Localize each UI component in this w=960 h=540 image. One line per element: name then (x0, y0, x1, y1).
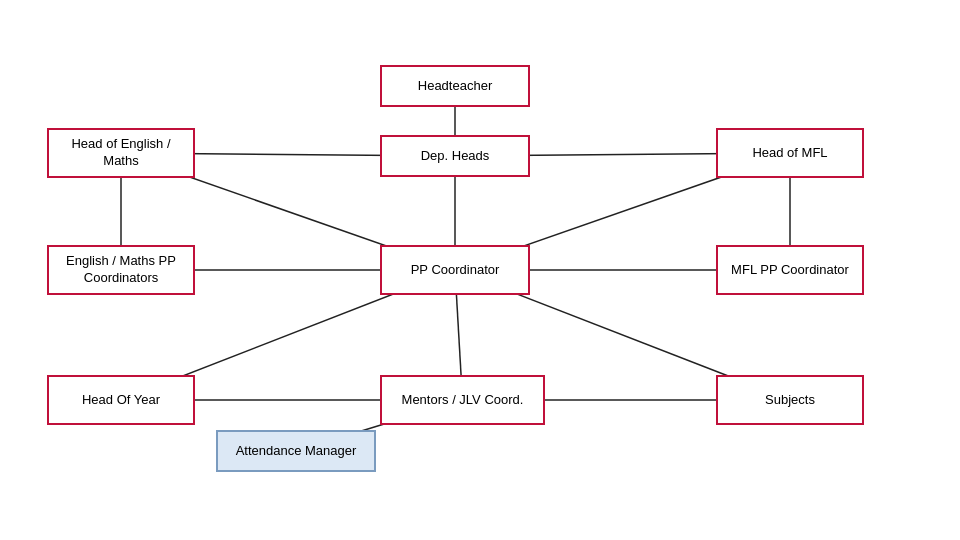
node-head_english: Head of English / Maths (47, 128, 195, 178)
node-eng_maths_coord: English / Maths PP Coordinators (47, 245, 195, 295)
node-mentors: Mentors / JLV Coord. (380, 375, 545, 425)
node-head_of_year: Head Of Year (47, 375, 195, 425)
node-dep_heads: Dep. Heads (380, 135, 530, 177)
node-attendance: Attendance Manager (216, 430, 376, 472)
node-pp_coordinator: PP Coordinator (380, 245, 530, 295)
node-head_mfl: Head of MFL (716, 128, 864, 178)
node-subjects: Subjects (716, 375, 864, 425)
org-chart: HeadteacherDep. HeadsHead of English / M… (0, 0, 960, 540)
node-headteacher: Headteacher (380, 65, 530, 107)
node-mfl_pp_coord: MFL PP Coordinator (716, 245, 864, 295)
